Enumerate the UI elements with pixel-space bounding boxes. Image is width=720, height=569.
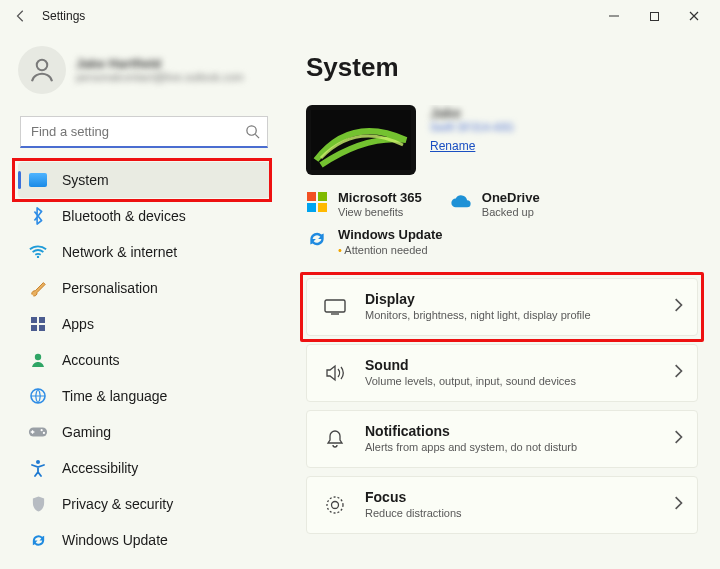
svg-point-3 bbox=[247, 126, 256, 135]
svg-point-10 bbox=[35, 354, 41, 360]
minimize-button[interactable] bbox=[594, 2, 634, 30]
sidebar-item-bluetooth[interactable]: Bluetooth & devices bbox=[18, 198, 270, 234]
window-title: Settings bbox=[42, 9, 85, 23]
svg-point-13 bbox=[41, 429, 43, 431]
svg-point-5 bbox=[37, 256, 39, 258]
sidebar-item-label: Windows Update bbox=[62, 532, 168, 548]
sidebar-item-label: Privacy & security bbox=[62, 496, 173, 512]
status-onedrive[interactable]: OneDriveBacked up bbox=[450, 191, 540, 218]
device-name: Jake bbox=[306, 105, 698, 121]
card-title: Focus bbox=[365, 490, 462, 505]
status-windows-update[interactable]: Windows UpdateAttention needed bbox=[306, 228, 698, 255]
sidebar-item-label: Gaming bbox=[62, 424, 111, 440]
user-email: personalcontact@live.outlook.com bbox=[76, 71, 244, 83]
sidebar: Jake Hartfield personalcontact@live.outl… bbox=[0, 32, 280, 569]
rename-link[interactable]: Rename bbox=[430, 139, 475, 153]
svg-rect-9 bbox=[39, 325, 45, 331]
sound-icon bbox=[321, 364, 349, 382]
sidebar-item-label: Accessibility bbox=[62, 460, 138, 476]
chevron-right-icon bbox=[673, 496, 683, 514]
sidebar-item-accessibility[interactable]: Accessibility bbox=[18, 450, 270, 486]
chevron-right-icon bbox=[673, 430, 683, 448]
windows-update-icon bbox=[306, 228, 328, 250]
search-input[interactable] bbox=[20, 116, 268, 148]
card-display[interactable]: DisplayMonitors, brightness, night light… bbox=[306, 278, 698, 336]
card-subtitle: Alerts from apps and system, do not dist… bbox=[365, 441, 577, 453]
sidebar-item-label: System bbox=[62, 172, 109, 188]
sidebar-item-time-language[interactable]: Time & language bbox=[18, 378, 270, 414]
card-subtitle: Monitors, brightness, night light, displ… bbox=[365, 309, 591, 321]
nav-list: System Bluetooth & devices Network & int… bbox=[18, 162, 270, 558]
onedrive-icon bbox=[450, 191, 472, 213]
chevron-right-icon bbox=[673, 364, 683, 382]
sidebar-item-label: Accounts bbox=[62, 352, 120, 368]
status-row: Microsoft 365View benefits OneDriveBacke… bbox=[306, 191, 698, 266]
chevron-right-icon bbox=[673, 298, 683, 316]
wifi-icon bbox=[28, 242, 48, 262]
card-sound[interactable]: SoundVolume levels, output, input, sound… bbox=[306, 344, 698, 402]
sidebar-item-label: Apps bbox=[62, 316, 94, 332]
status-subtitle: Backed up bbox=[482, 206, 540, 218]
svg-point-14 bbox=[43, 432, 45, 434]
sidebar-item-label: Bluetooth & devices bbox=[62, 208, 186, 224]
close-button[interactable] bbox=[674, 2, 714, 30]
svg-rect-8 bbox=[31, 325, 37, 331]
svg-line-4 bbox=[255, 134, 259, 138]
status-microsoft365[interactable]: Microsoft 365View benefits bbox=[306, 191, 422, 218]
card-subtitle: Reduce distractions bbox=[365, 507, 462, 519]
status-subtitle: Attention needed bbox=[338, 244, 443, 256]
svg-point-15 bbox=[36, 460, 40, 464]
svg-point-19 bbox=[327, 497, 343, 513]
gamepad-icon bbox=[28, 422, 48, 442]
user-profile[interactable]: Jake Hartfield personalcontact@live.outl… bbox=[18, 46, 270, 94]
status-subtitle: View benefits bbox=[338, 206, 422, 218]
sidebar-item-label: Network & internet bbox=[62, 244, 177, 260]
card-focus[interactable]: FocusReduce distractions bbox=[306, 476, 698, 534]
sidebar-item-label: Time & language bbox=[62, 388, 167, 404]
settings-cards: DisplayMonitors, brightness, night light… bbox=[306, 278, 698, 534]
brush-icon bbox=[28, 278, 48, 298]
svg-rect-7 bbox=[39, 317, 45, 323]
card-title: Display bbox=[365, 292, 591, 307]
search-icon bbox=[245, 124, 260, 143]
status-title: OneDrive bbox=[482, 191, 540, 205]
status-title: Windows Update bbox=[338, 228, 443, 242]
maximize-button[interactable] bbox=[634, 2, 674, 30]
bluetooth-icon bbox=[28, 206, 48, 226]
sidebar-item-apps[interactable]: Apps bbox=[18, 306, 270, 342]
device-block: Jake Swift SF314-43G Rename bbox=[306, 105, 698, 175]
window-controls bbox=[594, 2, 714, 30]
card-notifications[interactable]: NotificationsAlerts from apps and system… bbox=[306, 410, 698, 468]
titlebar: Settings bbox=[0, 0, 720, 32]
svg-point-20 bbox=[332, 501, 339, 508]
system-icon bbox=[28, 170, 48, 190]
svg-rect-17 bbox=[325, 300, 345, 312]
sidebar-item-accounts[interactable]: Accounts bbox=[18, 342, 270, 378]
shield-icon bbox=[28, 494, 48, 514]
status-title: Microsoft 365 bbox=[338, 191, 422, 205]
device-model: Swift SF314-43G bbox=[306, 121, 698, 133]
notifications-icon bbox=[321, 429, 349, 449]
sidebar-item-personalisation[interactable]: Personalisation bbox=[18, 270, 270, 306]
person-icon bbox=[28, 350, 48, 370]
sidebar-item-privacy[interactable]: Privacy & security bbox=[18, 486, 270, 522]
sidebar-item-label: Personalisation bbox=[62, 280, 158, 296]
sidebar-item-windows-update[interactable]: Windows Update bbox=[18, 522, 270, 558]
sidebar-item-system[interactable]: System bbox=[18, 162, 270, 198]
svg-point-2 bbox=[37, 60, 48, 71]
sidebar-item-network[interactable]: Network & internet bbox=[18, 234, 270, 270]
accessibility-icon bbox=[28, 458, 48, 478]
avatar bbox=[18, 46, 66, 94]
back-button[interactable] bbox=[12, 7, 30, 25]
page-title: System bbox=[306, 52, 698, 83]
card-subtitle: Volume levels, output, input, sound devi… bbox=[365, 375, 576, 387]
display-icon bbox=[321, 298, 349, 316]
apps-icon bbox=[28, 314, 48, 334]
update-icon bbox=[28, 530, 48, 550]
main-pane: System Jake Swift SF314-43G Rename Micro… bbox=[280, 32, 720, 569]
microsoft-365-icon bbox=[306, 191, 328, 213]
card-title: Sound bbox=[365, 358, 576, 373]
sidebar-item-gaming[interactable]: Gaming bbox=[18, 414, 270, 450]
svg-rect-1 bbox=[650, 12, 658, 20]
globe-clock-icon bbox=[28, 386, 48, 406]
